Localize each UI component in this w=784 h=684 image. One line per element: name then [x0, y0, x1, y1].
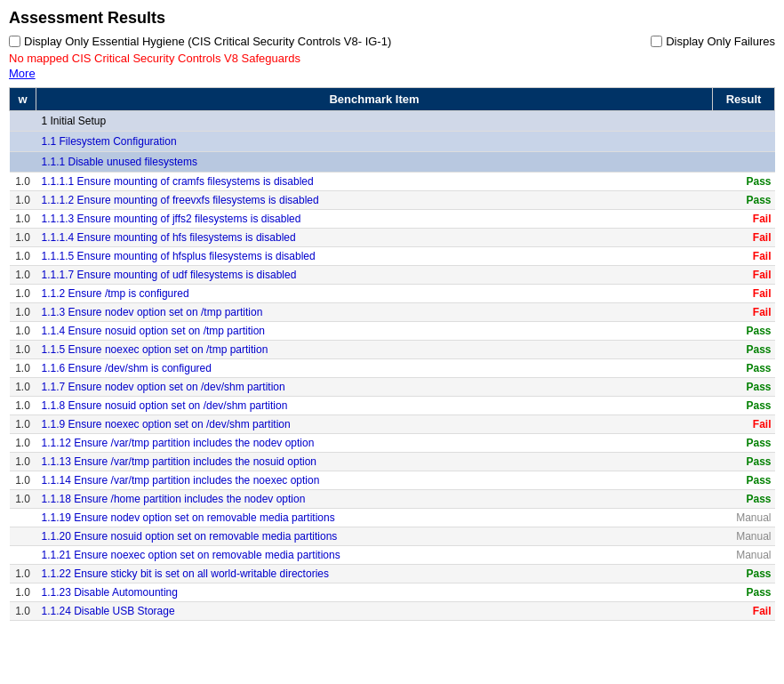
display-failures-checkbox[interactable]: [651, 36, 662, 47]
benchmark-cell: 1 Initial Setup: [36, 111, 775, 132]
table-row: 1.01.1.3 Ensure nodev option set on /tmp…: [10, 303, 775, 322]
benchmark-link[interactable]: 1.1.9 Ensure noexec option set on /dev/s…: [42, 418, 291, 431]
result-cell: Pass: [713, 490, 775, 509]
result-cell: Pass: [713, 359, 775, 378]
table-row: 1.01.1.13 Ensure /var/tmp partition incl…: [10, 453, 775, 471]
w-cell: 1.0: [10, 490, 36, 509]
benchmark-cell[interactable]: 1.1.9 Ensure noexec option set on /dev/s…: [36, 415, 713, 434]
table-row: 1.01.1.8 Ensure nosuid option set on /de…: [10, 397, 775, 415]
display-failures-filter[interactable]: Display Only Failures: [651, 35, 775, 48]
benchmark-link[interactable]: 1.1.1.1 Ensure mounting of cramfs filesy…: [42, 175, 314, 188]
result-value: Fail: [753, 287, 772, 300]
benchmark-link[interactable]: 1.1.5 Ensure noexec option set on /tmp p…: [42, 343, 268, 356]
result-value: Pass: [746, 194, 771, 206]
result-value: Pass: [746, 493, 771, 505]
table-row: 1.01.1.23 Disable AutomountingPass: [10, 583, 775, 602]
result-value: Pass: [746, 586, 771, 599]
table-row: 1.01.1.1.4 Ensure mounting of hfs filesy…: [10, 229, 775, 247]
benchmark-link[interactable]: 1.1.6 Ensure /dev/shm is configured: [42, 362, 212, 374]
table-row: 1.1.20 Ensure nosuid option set on remov…: [10, 527, 775, 546]
benchmark-link[interactable]: 1.1 Filesystem Configuration: [42, 135, 177, 148]
results-table: w Benchmark Item Result 1 Initial Setup1…: [9, 87, 775, 621]
benchmark-cell[interactable]: 1.1.20 Ensure nosuid option set on remov…: [36, 527, 713, 546]
page-title: Assessment Results: [9, 9, 775, 28]
benchmark-cell[interactable]: 1.1.22 Ensure sticky bit is set on all w…: [36, 565, 713, 583]
result-value: Fail: [753, 418, 772, 431]
benchmark-link[interactable]: 1.1.3 Ensure nodev option set on /tmp pa…: [42, 306, 263, 318]
benchmark-cell[interactable]: 1.1.14 Ensure /var/tmp partition include…: [36, 471, 713, 490]
result-value: Pass: [746, 362, 771, 374]
benchmark-link[interactable]: 1.1.23 Disable Automounting: [42, 586, 178, 599]
benchmark-cell[interactable]: 1.1.13 Ensure /var/tmp partition include…: [36, 453, 713, 471]
benchmark-cell[interactable]: 1.1.18 Ensure /home partition includes t…: [36, 490, 713, 509]
result-value: Manual: [736, 530, 771, 543]
benchmark-cell[interactable]: 1.1.5 Ensure noexec option set on /tmp p…: [36, 341, 713, 359]
benchmark-link[interactable]: 1.1.2 Ensure /tmp is configured: [42, 287, 189, 300]
table-row: 1.1.21 Ensure noexec option set on remov…: [10, 546, 775, 565]
benchmark-cell[interactable]: 1.1.12 Ensure /var/tmp partition include…: [36, 434, 713, 453]
result-cell: Pass: [713, 565, 775, 583]
benchmark-link[interactable]: 1.1.4 Ensure nosuid option set on /tmp p…: [42, 325, 266, 337]
result-value: Fail: [753, 250, 772, 262]
benchmark-cell[interactable]: 1.1.1 Disable unused filesystems: [36, 152, 775, 173]
benchmark-cell[interactable]: 1.1.1.4 Ensure mounting of hfs filesyste…: [36, 229, 713, 247]
result-value: Pass: [746, 399, 771, 412]
w-cell: [10, 152, 36, 173]
result-cell: Pass: [713, 173, 775, 191]
benchmark-cell[interactable]: 1.1.8 Ensure nosuid option set on /dev/s…: [36, 397, 713, 415]
benchmark-link[interactable]: 1.1.1 Disable unused filesystems: [42, 156, 197, 168]
w-cell: 1.0: [10, 434, 36, 453]
result-value: Fail: [753, 269, 772, 281]
result-cell: Pass: [713, 434, 775, 453]
benchmark-link[interactable]: 1.1.1.3 Ensure mounting of jffs2 filesys…: [42, 213, 301, 225]
benchmark-cell[interactable]: 1.1.7 Ensure nodev option set on /dev/sh…: [36, 378, 713, 397]
more-link[interactable]: More: [9, 67, 36, 80]
table-header: w Benchmark Item Result: [10, 88, 775, 111]
benchmark-link[interactable]: 1.1.18 Ensure /home partition includes t…: [42, 493, 306, 505]
essential-hygiene-checkbox[interactable]: [9, 36, 20, 47]
benchmark-cell[interactable]: 1.1 Filesystem Configuration: [36, 132, 775, 152]
benchmark-cell[interactable]: 1.1.6 Ensure /dev/shm is configured: [36, 359, 713, 378]
benchmark-cell[interactable]: 1.1.1.7 Ensure mounting of udf filesyste…: [36, 266, 713, 285]
essential-hygiene-filter[interactable]: Display Only Essential Hygiene (CIS Crit…: [9, 35, 391, 48]
benchmark-link[interactable]: 1.1.12 Ensure /var/tmp partition include…: [42, 437, 315, 449]
benchmark-link[interactable]: 1.1.8 Ensure nosuid option set on /dev/s…: [42, 399, 288, 412]
benchmark-link[interactable]: 1.1.7 Ensure nodev option set on /dev/sh…: [42, 381, 285, 393]
benchmark-link[interactable]: 1.1.1.4 Ensure mounting of hfs filesyste…: [42, 231, 296, 244]
display-failures-label: Display Only Failures: [666, 35, 775, 48]
w-header: w: [10, 88, 36, 111]
benchmark-link[interactable]: 1.1.1.7 Ensure mounting of udf filesyste…: [42, 269, 297, 281]
benchmark-cell[interactable]: 1.1.2 Ensure /tmp is configured: [36, 285, 713, 303]
benchmark-cell[interactable]: 1.1.3 Ensure nodev option set on /tmp pa…: [36, 303, 713, 322]
benchmark-link[interactable]: 1.1.22 Ensure sticky bit is set on all w…: [42, 567, 329, 580]
benchmark-link[interactable]: 1.1.20 Ensure nosuid option set on remov…: [42, 530, 338, 543]
benchmark-link[interactable]: 1.1.21 Ensure noexec option set on remov…: [42, 549, 340, 561]
w-cell: 1.0: [10, 359, 36, 378]
benchmark-cell[interactable]: 1.1.1.2 Ensure mounting of freevxfs file…: [36, 191, 713, 210]
benchmark-cell[interactable]: 1.1.1.5 Ensure mounting of hfsplus files…: [36, 247, 713, 266]
result-value: Pass: [746, 175, 771, 188]
benchmark-link[interactable]: 1.1.19 Ensure nodev option set on remova…: [42, 511, 335, 524]
benchmark-link[interactable]: 1.1.13 Ensure /var/tmp partition include…: [42, 455, 317, 468]
w-cell: 1.0: [10, 322, 36, 341]
w-cell: 1.0: [10, 285, 36, 303]
benchmark-cell[interactable]: 1.1.23 Disable Automounting: [36, 583, 713, 602]
benchmark-link[interactable]: 1.1.1.5 Ensure mounting of hfsplus files…: [42, 250, 316, 262]
result-header: Result: [713, 88, 775, 111]
benchmark-cell[interactable]: 1.1.19 Ensure nodev option set on remova…: [36, 509, 713, 527]
result-value: Pass: [746, 567, 771, 580]
table-row: 1.01.1.12 Ensure /var/tmp partition incl…: [10, 434, 775, 453]
benchmark-link[interactable]: 1.1.1.2 Ensure mounting of freevxfs file…: [42, 194, 319, 206]
benchmark-cell[interactable]: 1.1.1.1 Ensure mounting of cramfs filesy…: [36, 173, 713, 191]
benchmark-cell[interactable]: 1.1.4 Ensure nosuid option set on /tmp p…: [36, 322, 713, 341]
benchmark-link[interactable]: 1.1.24 Disable USB Storage: [42, 605, 175, 617]
benchmark-cell[interactable]: 1.1.21 Ensure noexec option set on remov…: [36, 546, 713, 565]
benchmark-cell[interactable]: 1.1.24 Disable USB Storage: [36, 602, 713, 621]
table-row: 1.01.1.5 Ensure noexec option set on /tm…: [10, 341, 775, 359]
result-value: Fail: [753, 306, 772, 318]
benchmark-link[interactable]: 1.1.14 Ensure /var/tmp partition include…: [42, 474, 320, 487]
result-cell: Fail: [713, 247, 775, 266]
table-row: 1.01.1.1.5 Ensure mounting of hfsplus fi…: [10, 247, 775, 266]
table-row: 1.01.1.14 Ensure /var/tmp partition incl…: [10, 471, 775, 490]
benchmark-cell[interactable]: 1.1.1.3 Ensure mounting of jffs2 filesys…: [36, 210, 713, 229]
